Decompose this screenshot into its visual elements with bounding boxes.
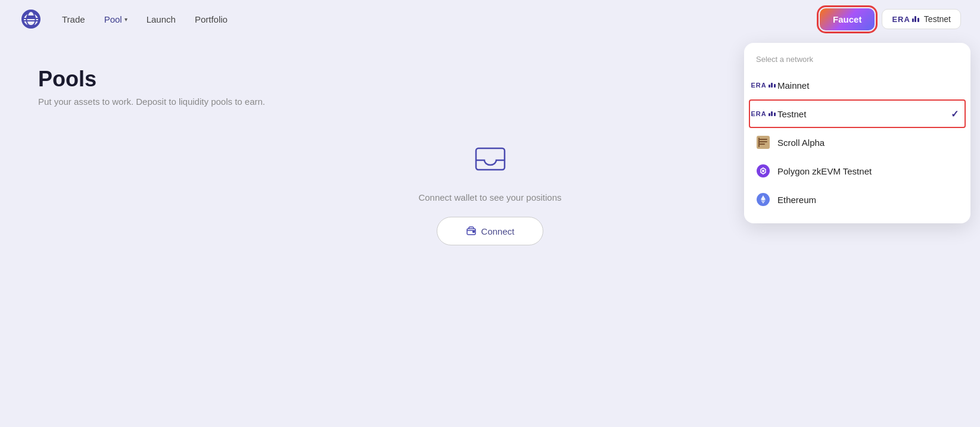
main-nav: Trade Pool ▾ Launch Portfolio: [62, 14, 820, 24]
wallet-icon: [466, 226, 477, 236]
network-item-polygon[interactable]: Polygon zkEVM Testnet: [744, 157, 970, 185]
network-item-scroll[interactable]: Scroll Alpha: [744, 128, 970, 157]
svg-rect-6: [759, 144, 765, 145]
era-mainnet-icon: era: [756, 78, 770, 92]
ethereum-label: Ethereum: [777, 195, 816, 205]
connect-wallet-button[interactable]: Connect: [437, 217, 544, 245]
empty-state-icon: [471, 142, 509, 183]
network-item-mainnet[interactable]: era Mainnet: [744, 71, 970, 99]
era-logo: era: [892, 15, 919, 24]
era-testnet-icon: era: [756, 107, 770, 121]
header: Trade Pool ▾ Launch Portfolio Faucet era…: [0, 0, 980, 38]
header-right: Faucet era Testnet: [820, 8, 961, 30]
nav-launch[interactable]: Launch: [147, 14, 176, 24]
faucet-button[interactable]: Faucet: [820, 8, 875, 30]
connect-button-label: Connect: [481, 226, 515, 236]
svg-point-9: [762, 170, 764, 172]
svg-rect-4: [759, 139, 767, 140]
mainnet-label: Mainnet: [777, 80, 809, 91]
network-item-testnet[interactable]: era Testnet ✓: [749, 99, 966, 128]
svg-rect-7: [758, 138, 760, 147]
network-item-ethereum[interactable]: Ethereum: [744, 185, 970, 214]
chevron-down-icon: ▾: [125, 16, 127, 23]
svg-rect-0: [476, 148, 505, 170]
polygon-label: Polygon zkEVM Testnet: [777, 166, 872, 176]
testnet-label: Testnet: [777, 109, 806, 119]
app-logo[interactable]: [19, 7, 43, 31]
selected-checkmark: ✓: [951, 108, 959, 120]
scroll-label: Scroll Alpha: [777, 138, 825, 148]
nav-portfolio[interactable]: Portfolio: [195, 14, 228, 24]
dropdown-header: Select a network: [744, 52, 970, 71]
empty-state-message: Connect wallet to see your positions: [418, 192, 561, 202]
network-dropdown: Select a network era Mainnet era: [744, 43, 970, 223]
network-selector-button[interactable]: era Testnet: [882, 9, 961, 29]
scroll-icon: [756, 135, 770, 149]
nav-trade[interactable]: Trade: [62, 14, 85, 24]
ethereum-icon: [756, 192, 770, 207]
nav-pool[interactable]: Pool ▾: [104, 14, 127, 24]
polygon-icon: [756, 164, 770, 178]
current-network-label: Testnet: [924, 14, 951, 24]
svg-rect-5: [759, 141, 767, 142]
